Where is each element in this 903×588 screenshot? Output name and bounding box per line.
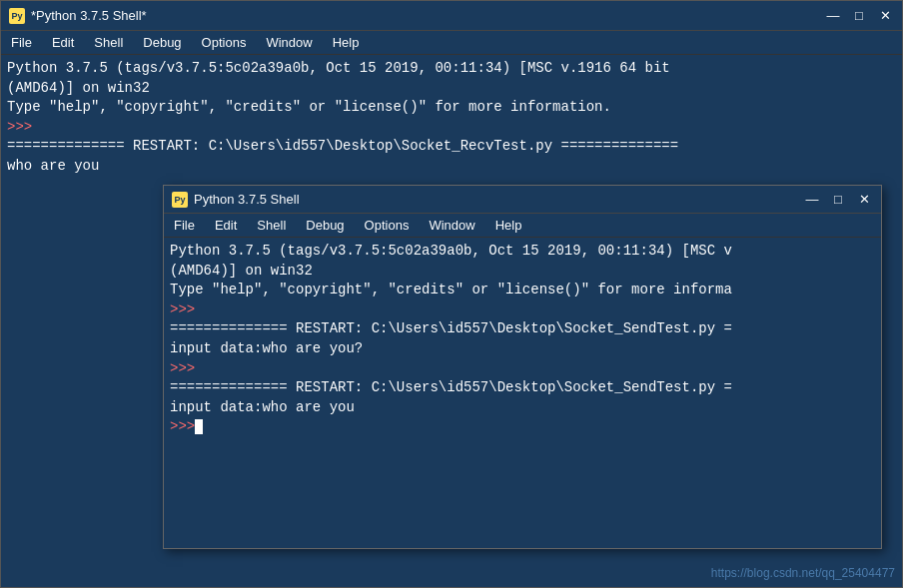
main-menu-window[interactable]: Window bbox=[260, 33, 318, 52]
main-prompt-symbol-1: >>> bbox=[7, 119, 32, 135]
second-close-button[interactable]: ✕ bbox=[855, 191, 873, 209]
second-line-1: Python 3.7.5 (tags/v3.7.5:5c02a39a0b, Oc… bbox=[170, 242, 875, 262]
main-line-1: Python 3.7.5 (tags/v3.7.5:5c02a39a0b, Oc… bbox=[7, 59, 896, 79]
main-minimize-button[interactable]: — bbox=[824, 7, 842, 25]
second-prompt-2: >>> bbox=[170, 359, 875, 379]
main-menu-file[interactable]: File bbox=[5, 33, 38, 52]
main-menu-shell[interactable]: Shell bbox=[88, 33, 129, 52]
second-menu-debug[interactable]: Debug bbox=[300, 216, 350, 235]
main-menu-edit[interactable]: Edit bbox=[46, 33, 80, 52]
main-line-3: Type "help", "copyright", "credits" or "… bbox=[7, 98, 896, 118]
second-output-2: input data:who are you bbox=[170, 398, 875, 418]
second-menu-bar: File Edit Shell Debug Options Window Hel… bbox=[164, 214, 881, 238]
second-prompt-3: >>> bbox=[170, 417, 875, 437]
main-close-button[interactable]: ✕ bbox=[876, 7, 894, 25]
second-menu-file[interactable]: File bbox=[168, 216, 201, 235]
second-console[interactable]: Python 3.7.5 (tags/v3.7.5:5c02a39a0b, Oc… bbox=[164, 238, 881, 548]
second-menu-edit[interactable]: Edit bbox=[209, 216, 243, 235]
text-cursor bbox=[195, 419, 203, 434]
second-menu-options[interactable]: Options bbox=[359, 216, 416, 235]
second-title-buttons: — □ ✕ bbox=[803, 191, 873, 209]
main-title-buttons: — □ ✕ bbox=[824, 7, 894, 25]
main-title-bar: Py *Python 3.7.5 Shell* — □ ✕ bbox=[1, 1, 902, 31]
main-title-left: Py *Python 3.7.5 Shell* bbox=[9, 8, 147, 24]
second-window-title: Python 3.7.5 Shell bbox=[194, 192, 300, 207]
main-app-icon: Py bbox=[9, 8, 25, 24]
watermark: https://blog.csdn.net/qq_25404477 bbox=[711, 566, 895, 580]
second-restart-2: ============== RESTART: C:\Users\id557\D… bbox=[170, 378, 875, 398]
main-maximize-button[interactable]: □ bbox=[850, 7, 868, 25]
second-output-1: input data:who are you? bbox=[170, 339, 875, 359]
second-menu-help[interactable]: Help bbox=[489, 216, 528, 235]
main-window-title: *Python 3.7.5 Shell* bbox=[31, 8, 147, 23]
second-menu-shell[interactable]: Shell bbox=[251, 216, 292, 235]
second-line-2: (AMD64)] on win32 bbox=[170, 262, 875, 282]
second-app-icon: Py bbox=[172, 192, 188, 208]
second-prompt-symbol-2: >>> bbox=[170, 360, 195, 376]
second-prompt-symbol-1: >>> bbox=[170, 301, 195, 317]
main-line-2: (AMD64)] on win32 bbox=[7, 79, 896, 99]
main-output-1: who are you bbox=[7, 157, 896, 177]
main-menu-debug[interactable]: Debug bbox=[137, 33, 187, 52]
second-line-3: Type "help", "copyright", "credits" or "… bbox=[170, 281, 875, 300]
second-prompt-symbol-3: >>> bbox=[170, 418, 195, 434]
second-title-bar: Py Python 3.7.5 Shell — □ ✕ bbox=[164, 186, 881, 214]
main-prompt-1: >>> bbox=[7, 118, 896, 138]
main-menu-bar: File Edit Shell Debug Options Window Hel… bbox=[1, 31, 902, 55]
main-menu-options[interactable]: Options bbox=[196, 33, 253, 52]
second-menu-window[interactable]: Window bbox=[423, 216, 480, 235]
second-minimize-button[interactable]: — bbox=[803, 191, 821, 209]
second-maximize-button[interactable]: □ bbox=[829, 191, 847, 209]
main-menu-help[interactable]: Help bbox=[327, 33, 366, 52]
main-restart-line: ============== RESTART: C:\Users\id557\D… bbox=[7, 137, 896, 157]
second-window: Py Python 3.7.5 Shell — □ ✕ File Edit Sh… bbox=[163, 185, 882, 549]
second-prompt-1: >>> bbox=[170, 300, 875, 320]
second-restart-1: ============== RESTART: C:\Users\id557\D… bbox=[170, 319, 875, 339]
second-title-left: Py Python 3.7.5 Shell bbox=[172, 192, 300, 208]
